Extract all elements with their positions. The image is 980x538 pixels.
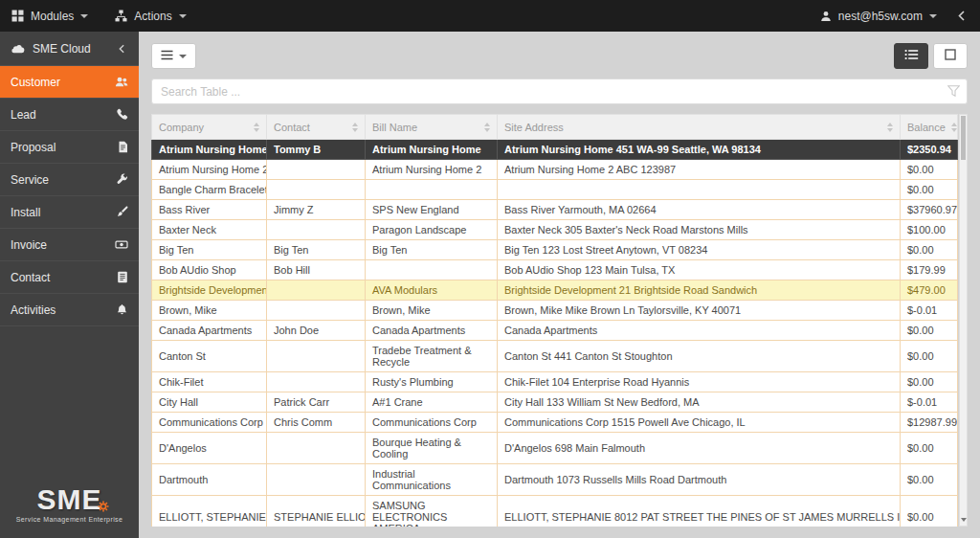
table-row[interactable]: Communications CorpChris CommCommunicati…	[152, 413, 958, 433]
cell-balance: $0.00	[901, 160, 958, 180]
cell-company: Bangle Charm Bracelets	[152, 180, 267, 200]
cell-company: Canton St	[152, 341, 267, 372]
cell-bill-name: SPS New England	[366, 200, 498, 220]
sidebar-item-install[interactable]: Install	[0, 196, 139, 229]
cell-site-address: Bob AUdio Shop 123 Main Tulsa, TX	[498, 260, 901, 280]
cell-bill-name: Atrium Nursing Home 2	[366, 160, 498, 180]
table-row[interactable]: Canada ApartmentsJohn DoeCanada Apartmen…	[152, 321, 958, 341]
cell-contact: John Doe	[267, 321, 366, 341]
table-row[interactable]: Brightside DevelopmentAVA ModularsBright…	[152, 280, 958, 301]
cell-balance: $100.00	[901, 220, 958, 240]
cell-site-address: D'Angelos 698 Main Falmouth	[498, 433, 901, 464]
phone-icon	[116, 108, 128, 121]
cell-balance: $479.00	[901, 280, 958, 301]
card-view-button[interactable]	[933, 43, 968, 69]
sidebar-header[interactable]: SME Cloud	[0, 32, 139, 66]
sidebar-item-lead[interactable]: Lead	[0, 99, 139, 131]
chevron-down-icon	[179, 14, 187, 18]
column-header-bill-name[interactable]: Bill Name	[366, 115, 498, 140]
main-content: CompanyContactBill NameSite AddressBalan…	[139, 32, 980, 538]
cell-balance: $0.00	[901, 180, 958, 200]
cell-site-address: Chik-Filet 104 Enterprise Road Hyannis	[498, 372, 901, 392]
cell-bill-name: A#1 Crane	[366, 392, 498, 413]
cell-balance: $0.00	[901, 341, 958, 372]
column-header-company[interactable]: Company	[152, 115, 267, 140]
sidebar-item-invoice[interactable]: Invoice	[0, 229, 139, 261]
menu-dropdown-button[interactable]	[151, 43, 196, 69]
table-row[interactable]: ELLIOTT, STEPHANIESTEPHANIE ELLIOTTSAMSU…	[152, 496, 958, 527]
table-row[interactable]: D'AngelosBourque Heating & CoolingD'Ange…	[152, 433, 958, 464]
filter-funnel-icon[interactable]	[947, 85, 960, 100]
cell-balance: $0.00	[901, 433, 958, 464]
cell-company: Brightside Development	[152, 280, 267, 301]
cell-site-address: Canada Apartments	[498, 321, 901, 341]
modules-label: Modules	[31, 10, 74, 23]
cell-site-address: Brown, Mike Mike Brown Ln Taylorsville, …	[498, 301, 901, 321]
bell-icon	[116, 303, 128, 316]
sidebar-item-proposal[interactable]: Proposal	[0, 131, 139, 164]
cell-contact	[267, 180, 366, 200]
sidebar-item-contact[interactable]: Contact	[0, 261, 139, 294]
table-row[interactable]: Chik-FiletRusty's PlumbingChik-Filet 104…	[152, 372, 958, 392]
cell-balance: $0.00	[901, 496, 958, 527]
cell-contact	[267, 280, 366, 301]
customer-table: CompanyContactBill NameSite AddressBalan…	[151, 114, 958, 527]
cell-bill-name: Communications Corp	[366, 413, 498, 433]
table-row[interactable]: Bob AUdio ShopBob HillBob AUdio Shop 123…	[152, 260, 958, 280]
actions-menu[interactable]: Actions	[115, 10, 186, 23]
cell-bill-name: Canada Apartments	[366, 321, 498, 341]
cell-bill-name: Bourque Heating & Cooling	[366, 433, 498, 464]
cell-company: City Hall	[152, 392, 267, 413]
cell-site-address: City Hall 133 William St New Bedford, MA	[498, 392, 901, 413]
cell-company: Atrium Nursing Home 2	[152, 160, 267, 180]
chevron-down-icon	[179, 55, 187, 58]
sme-logo-text: SME	[36, 485, 101, 514]
table-row[interactable]: Brown, MikeBrown, MikeBrown, Mike Mike B…	[152, 301, 958, 321]
sidebar-item-activities[interactable]: Activities	[0, 294, 139, 326]
table-row[interactable]: Big TenBig TenBig TenBig Ten 123 Lost St…	[152, 240, 958, 260]
cell-bill-name: Atrium Nursing Home	[366, 140, 498, 160]
cell-balance: $0.00	[901, 372, 958, 392]
list-view-button[interactable]	[894, 43, 928, 69]
view-toggle	[894, 43, 968, 69]
column-header-contact[interactable]: Contact	[267, 115, 366, 140]
cell-balance: $0.00	[901, 464, 958, 496]
modules-menu[interactable]: Modules	[11, 10, 88, 23]
table-row[interactable]: City HallPatrick CarrA#1 CraneCity Hall …	[152, 392, 958, 413]
collapse-sidebar-chevron-icon[interactable]	[115, 42, 128, 56]
cell-site-address: Atrium Nursing Home 451 WA-99 Seattle, W…	[498, 140, 901, 160]
scrollbar-track[interactable]	[960, 161, 967, 514]
table-row[interactable]: Bass RiverJimmy ZSPS New EnglandBass Riv…	[152, 200, 958, 220]
cell-site-address: Bass River Yarmouth, MA 02664	[498, 200, 901, 220]
actions-label: Actions	[134, 10, 171, 23]
proposal-icon	[118, 141, 128, 153]
cell-site-address: Atrium Nursing Home 2 ABC 123987	[498, 160, 901, 180]
sidebar-item-customer[interactable]: Customer	[0, 66, 139, 99]
search-input[interactable]	[151, 78, 968, 104]
vertical-scrollbar[interactable]	[959, 114, 968, 527]
sidebar: SME Cloud CustomerLeadProposalServiceIns…	[0, 32, 139, 538]
wrench-icon	[116, 173, 128, 186]
table-row[interactable]: Atrium Nursing Home 2Atrium Nursing Home…	[152, 160, 958, 180]
sidebar-item-service[interactable]: Service	[0, 164, 139, 196]
table-row[interactable]: DartmouthIndustrial CommunicationsDartmo…	[152, 464, 958, 496]
sidebar-title: SME Cloud	[33, 42, 107, 56]
cell-site-address: Communications Corp 1515 Powell Ave Chic…	[498, 413, 901, 433]
table-row[interactable]: Canton StTradebe Treatment & RecycleCant…	[152, 341, 958, 372]
cell-contact: Patrick Carr	[267, 392, 366, 413]
table-row[interactable]: Baxter NeckParagon LandscapeBaxter Neck …	[152, 220, 958, 240]
user-menu[interactable]: nest@h5sw.com	[820, 10, 937, 23]
collapse-topbar-chevron-icon[interactable]	[954, 9, 969, 23]
brush-icon	[116, 206, 128, 218]
user-email: nest@h5sw.com	[838, 10, 923, 23]
table-row[interactable]: Bangle Charm Bracelets$0.00	[152, 180, 958, 200]
table-row[interactable]: Atrium Nursing HomeTommy BAtrium Nursing…	[152, 140, 958, 160]
cell-contact	[267, 341, 366, 372]
column-header-site-address[interactable]: Site Address	[498, 115, 901, 140]
topbar-right: nest@h5sw.com	[820, 9, 969, 23]
cell-bill-name	[366, 180, 498, 200]
sort-icon	[352, 123, 358, 132]
scrollbar-thumb[interactable]	[961, 116, 966, 160]
column-header-balance[interactable]: Balance	[901, 115, 958, 140]
scroll-down-button[interactable]	[960, 514, 967, 526]
